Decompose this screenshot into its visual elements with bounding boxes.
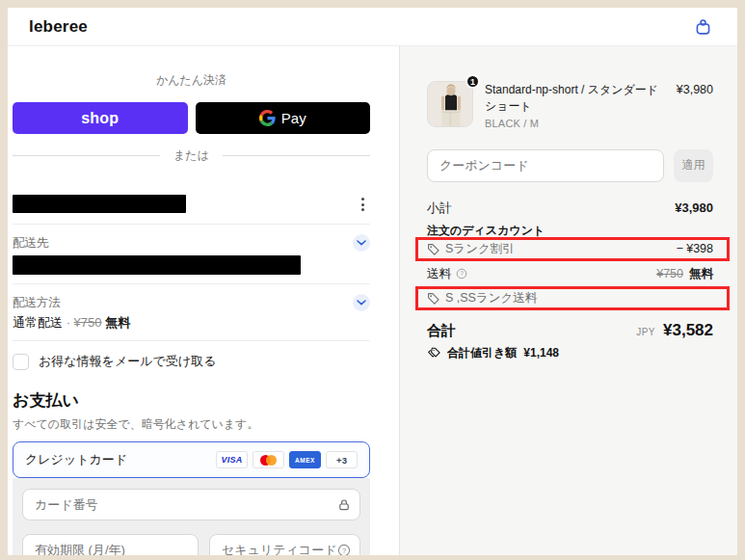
shipping-discount-row: S ,SSランク送料 <box>427 290 537 307</box>
lock-icon <box>337 498 351 512</box>
shipping-address-chevron-down-icon[interactable] <box>353 234 370 252</box>
shipping-free-label: 無料 <box>105 315 130 330</box>
shipping-option-name: 通常配送 <box>13 315 63 330</box>
tag-icon <box>427 243 439 255</box>
cvv-field-wrap: ? <box>209 534 360 555</box>
redacted-contact-info <box>13 195 186 213</box>
double-tag-icon <box>427 346 440 360</box>
savings-label: 合計値引き額 <box>447 345 517 361</box>
expiry-cvv-row: ? <box>22 534 360 555</box>
product-thumbnail-wrap: 1 <box>427 81 473 127</box>
total-value: ¥3,582 <box>663 321 713 340</box>
discount-name: Sランク割引 <box>445 241 515 257</box>
line-item-row: 1 Standard-np-short / スタンダードショート BLACK /… <box>427 81 713 129</box>
or-divider-label: または <box>173 147 209 164</box>
more-options-icon[interactable] <box>357 195 369 214</box>
total-label: 合計 <box>427 322 456 340</box>
tag-icon <box>427 292 439 305</box>
shipping-value-wrap: ¥750 無料 <box>656 266 713 282</box>
shipping-label: 送料 <box>427 266 451 282</box>
or-divider: または <box>13 147 370 164</box>
marketing-checkbox[interactable] <box>13 354 29 370</box>
product-thumbnail <box>427 81 473 127</box>
section-divider <box>13 340 370 341</box>
svg-text:?: ? <box>460 270 464 277</box>
main-content: かんたん決済 shop <box>8 46 737 555</box>
express-checkout-buttons: shop Pay <box>13 102 370 134</box>
shipping-method-section: 配送方法 <box>13 294 370 311</box>
section-divider <box>13 283 370 284</box>
mastercard-badge-icon <box>253 451 284 468</box>
subtotal-label: 小計 <box>427 200 452 217</box>
shop-pay-button[interactable]: shop <box>13 102 188 134</box>
payment-section-subtitle: すべての取引は安全で、暗号化されています。 <box>13 416 370 433</box>
shipping-help-question-icon[interactable]: ? <box>456 268 467 280</box>
coupon-code-input[interactable] <box>427 149 664 182</box>
total-row: 合計 JPY ¥3,582 <box>427 321 713 340</box>
shipping-method-chevron-down-icon[interactable] <box>353 294 370 311</box>
product-info: Standard-np-short / スタンダードショート BLACK / M <box>485 81 665 129</box>
checkout-form-column: かんたん決済 shop <box>8 46 399 555</box>
total-value-wrap: JPY ¥3,582 <box>636 321 713 340</box>
credit-card-method-option[interactable]: クレジットカード VISA AMEX +3 <box>13 441 370 478</box>
quantity-badge: 1 <box>466 74 480 89</box>
card-brand-badges: VISA AMEX +3 <box>216 451 358 468</box>
order-summary-column: 1 Standard-np-short / スタンダードショート BLACK /… <box>399 46 737 555</box>
shipping-method-label: 配送方法 <box>13 295 61 311</box>
credit-card-form: ? <box>13 478 370 555</box>
selected-shipping-method: 通常配送 · ¥750 無料 <box>13 314 370 332</box>
store-logo[interactable]: leberee <box>29 17 88 37</box>
google-g-icon <box>259 110 276 126</box>
apply-coupon-button[interactable]: 適用 <box>674 149 713 182</box>
svg-text:?: ? <box>342 546 346 554</box>
dot-separator: · <box>67 315 70 330</box>
product-title: Standard-np-short / スタンダードショート <box>485 82 665 115</box>
more-cards-badge: +3 <box>326 451 358 468</box>
shipping-row: 送料 ? ¥750 無料 <box>427 266 713 282</box>
google-pay-label: Pay <box>281 110 306 126</box>
divider-line <box>223 155 370 156</box>
shipping-discount-name: S ,SSランク送料 <box>445 290 537 307</box>
shop-pay-label: shop <box>81 110 119 126</box>
cvv-help-question-icon[interactable]: ? <box>337 544 351 556</box>
subtotal-value: ¥3,980 <box>675 200 713 215</box>
card-number-field-wrap <box>22 489 360 520</box>
marketing-checkbox-label: お得な情報をメールで受け取る <box>39 353 216 370</box>
contact-section <box>13 195 370 214</box>
checkout-page: leberee かんたん決済 shop <box>8 8 737 555</box>
line-item-price: ¥3,980 <box>677 81 713 129</box>
shipping-original-value: ¥750 <box>656 267 683 280</box>
order-discount-header: 注文のディスカウント <box>427 225 713 237</box>
divider-line <box>13 155 160 156</box>
discount-amount: − ¥398 <box>676 242 713 255</box>
subtotal-row: 小計 ¥3,980 <box>427 200 713 217</box>
section-divider <box>13 224 370 225</box>
screenshot-frame: leberee かんたん決済 shop <box>0 0 745 560</box>
expiry-input[interactable] <box>22 534 199 555</box>
savings-value: ¥1,148 <box>523 346 559 360</box>
credit-card-method-label: クレジットカード <box>25 451 127 468</box>
currency-code: JPY <box>636 327 655 337</box>
visa-badge-icon: VISA <box>216 451 248 468</box>
coupon-row: 適用 <box>427 149 713 182</box>
google-pay-button[interactable]: Pay <box>196 102 371 134</box>
amex-badge-icon: AMEX <box>289 451 321 468</box>
total-savings-row: 合計値引き額 ¥1,148 <box>427 345 713 361</box>
shipping-address-label: 配送先 <box>13 235 49 252</box>
marketing-optin-row: お得な情報をメールで受け取る <box>13 353 370 370</box>
discount-row-highlight: Sランク割引 − ¥398 <box>415 237 730 261</box>
redacted-address <box>13 255 301 275</box>
payment-section-title: お支払い <box>13 389 370 412</box>
product-variant: BLACK / M <box>485 118 665 129</box>
cart-bag-icon[interactable] <box>694 17 712 37</box>
shipping-address-section: 配送先 <box>13 234 370 252</box>
express-checkout-title: かんたん決済 <box>13 72 370 89</box>
card-number-input[interactable] <box>22 489 360 520</box>
shipping-original-price: ¥750 <box>74 315 102 330</box>
shipping-discount-row-highlight: S ,SSランク送料 <box>415 286 730 310</box>
shipping-label-wrap: 送料 ? <box>427 266 467 282</box>
discount-row: Sランク割引 <box>427 241 515 257</box>
header: leberee <box>8 8 737 46</box>
shipping-free-value: 無料 <box>689 266 713 282</box>
